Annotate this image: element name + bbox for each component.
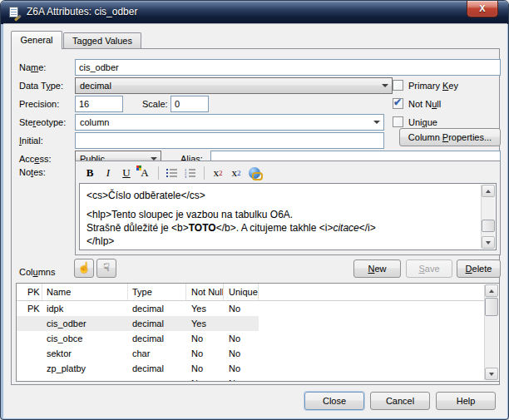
- tab-general[interactable]: General: [11, 31, 62, 49]
- table-cell: No: [224, 346, 259, 361]
- table-cell: cis_obce: [42, 331, 128, 346]
- table-row[interactable]: cis_obcedecimalNoNo: [17, 331, 484, 346]
- columns-label: Columns: [19, 267, 55, 277]
- superscript-icon[interactable]: x2: [210, 166, 225, 180]
- subscript-icon[interactable]: x2: [229, 166, 244, 180]
- scale-label: Scale:: [142, 99, 168, 109]
- scale-input[interactable]: [170, 96, 209, 112]
- table-body: PKidpkdecimalYesNocis_odberdecimalYescis…: [17, 301, 484, 381]
- tab-tagged-values[interactable]: Tagged Values: [63, 32, 141, 49]
- header-not-null[interactable]: Not Null: [186, 284, 224, 300]
- table-scrollbar[interactable]: [484, 284, 498, 380]
- table-cell: No: [186, 346, 224, 361]
- table-cell: cis_odber: [42, 316, 128, 331]
- table-cell: No: [186, 361, 224, 376]
- table-row[interactable]: sektorcharNoNo: [17, 346, 484, 361]
- notes-line: </hlp>: [86, 235, 476, 246]
- table-cell: No: [224, 301, 259, 316]
- svg-text:3: 3: [185, 175, 187, 178]
- table-cell: PK: [17, 301, 42, 316]
- table-cell: No: [224, 376, 259, 381]
- precision-input[interactable]: [75, 96, 123, 112]
- numbered-list-icon[interactable]: 123: [183, 166, 198, 180]
- notes-scrollbar[interactable]: [481, 185, 495, 249]
- table-cell: decimal: [128, 301, 186, 316]
- data-type-dropdown[interactable]: decimal: [75, 77, 393, 94]
- table-cell: [42, 376, 128, 381]
- move-column-up-button[interactable]: ☝: [74, 259, 94, 278]
- table-cell: Yes: [186, 316, 224, 331]
- table-cell: No: [186, 376, 224, 381]
- data-type-value: decimal: [80, 78, 111, 93]
- table-cell: zp_platby: [42, 361, 128, 376]
- notes-toolbar: B I U A 123 x2 x2: [77, 163, 498, 182]
- header-filler: [259, 284, 484, 300]
- access-label: Access:: [19, 154, 52, 164]
- name-label: Name:: [19, 62, 46, 72]
- name-input[interactable]: [75, 59, 501, 76]
- header-unique[interactable]: Unique: [224, 284, 259, 300]
- table-row[interactable]: zp_platbydecimalNoNo: [17, 361, 484, 376]
- close-window-button[interactable]: X: [467, 1, 498, 17]
- initial-input[interactable]: [75, 132, 384, 149]
- table-cell: No: [186, 331, 224, 346]
- notes-panel: B I U A 123 x2 x2 <cs>Číslo odběratele</…: [75, 161, 501, 255]
- notes-text[interactable]: <cs>Číslo odběratele</cs><hlp>Tento slou…: [86, 189, 476, 246]
- new-button[interactable]: New: [353, 259, 401, 278]
- font-color-icon[interactable]: A: [137, 166, 152, 180]
- precision-label: Precision:: [19, 99, 59, 109]
- notes-editor[interactable]: <cs>Číslo odběratele</cs><hlp>Tento slou…: [79, 183, 497, 250]
- hyperlink-icon[interactable]: [247, 166, 262, 180]
- close-button[interactable]: Close: [304, 392, 364, 410]
- window-title: Z6A Attributes: cis_odber: [27, 1, 137, 23]
- title-bar[interactable]: Z6A Attributes: cis_odber X: [1, 1, 508, 24]
- toolbar-separator: [204, 166, 205, 180]
- chevron-down-icon[interactable]: [378, 79, 391, 92]
- not-null-checkbox[interactable]: ✔: [393, 98, 403, 109]
- unique-checkbox[interactable]: ✔: [393, 116, 403, 127]
- table-scroll-thumb[interactable]: [485, 298, 498, 316]
- cancel-button[interactable]: Cancel: [370, 392, 430, 410]
- column-properties-button[interactable]: Column Properties...: [399, 128, 501, 146]
- scroll-up-icon[interactable]: [482, 185, 495, 197]
- toolbar-separator: [158, 166, 159, 180]
- primary-key-label: Primary Key: [408, 81, 458, 91]
- header-pk[interactable]: PK: [17, 284, 42, 300]
- italic-icon[interactable]: I: [101, 166, 116, 180]
- table-cell: [17, 346, 42, 361]
- scroll-up-icon[interactable]: [485, 284, 498, 297]
- table-cell: sektor: [42, 346, 128, 361]
- bold-icon[interactable]: B: [82, 166, 97, 180]
- notes-line: <hlp>Tento sloupec je vazbou na tabulku …: [86, 208, 476, 221]
- table-header-row: PK Name Type Not Null Unique: [17, 284, 484, 301]
- table-row[interactable]: PKidpkdecimalYesNo: [17, 301, 484, 316]
- table-row[interactable]: cis_odberdecimalYes: [17, 316, 484, 331]
- table-cell: No: [224, 361, 259, 376]
- help-button[interactable]: Help: [436, 392, 496, 410]
- table-cell: [224, 316, 259, 331]
- bullet-list-icon[interactable]: [165, 166, 180, 180]
- header-type[interactable]: Type: [128, 284, 186, 300]
- not-null-label: Not Null: [408, 99, 441, 109]
- delete-button[interactable]: Delete: [457, 259, 501, 278]
- table-row[interactable]: NoNo: [17, 376, 484, 381]
- notes-scroll-thumb[interactable]: [482, 220, 495, 232]
- data-type-label: Data Type:: [19, 81, 63, 91]
- check-icon: ✔: [393, 96, 402, 108]
- stereotype-dropdown[interactable]: column: [75, 114, 384, 131]
- primary-key-checkbox[interactable]: ✔: [393, 80, 403, 91]
- underline-icon[interactable]: U: [119, 166, 134, 180]
- header-name[interactable]: Name: [42, 284, 128, 300]
- chevron-down-icon[interactable]: [370, 116, 383, 129]
- scroll-down-icon[interactable]: [485, 368, 498, 380]
- scroll-down-icon[interactable]: [482, 236, 495, 249]
- table-cell: [128, 376, 186, 381]
- move-column-down-button[interactable]: ☟: [96, 259, 116, 278]
- table-cell: char: [128, 346, 186, 361]
- save-button[interactable]: Save: [406, 259, 452, 278]
- table-cell: decimal: [128, 361, 186, 376]
- notes-line: Strašně důležité je <b>TOTO</b>. A cituj…: [86, 221, 476, 235]
- table-cell: decimal: [128, 331, 186, 346]
- table-cell: [17, 331, 42, 346]
- columns-table: PK Name Type Not Null Unique PKidpkdecim…: [16, 283, 500, 382]
